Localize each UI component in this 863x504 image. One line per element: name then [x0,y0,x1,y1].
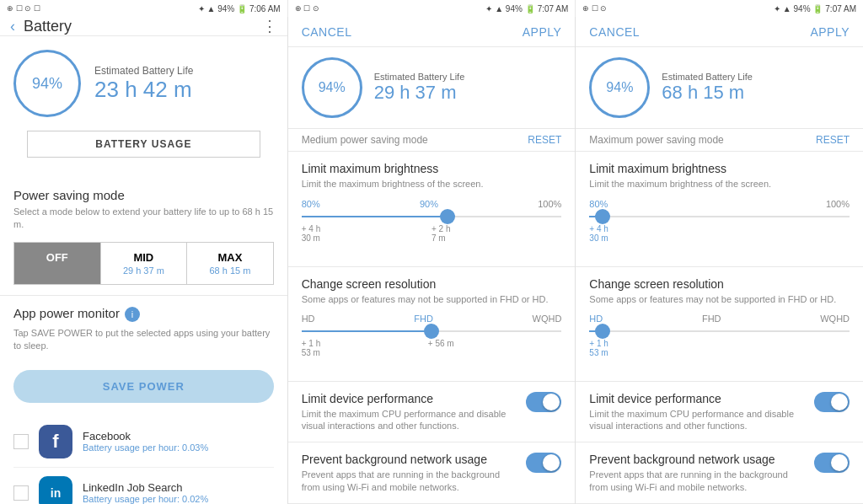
ps2-brightness-track [302,216,562,217]
list-item: f Facebook Battery usage per hour: 0.03% [13,416,274,468]
ps2-background-toggle[interactable] [526,453,561,473]
ps2-resolution-labels: HD FHD WQHD [302,314,562,324]
facebook-usage: Battery usage per hour: 0.03% [83,442,274,453]
ps2-brightness-setting: Limit maximum brightness Limit the maxim… [288,152,576,266]
mode-mid-label: MID [105,251,184,264]
ps2-brightness-slider[interactable]: 80% 90% 100% + 4 h30 m + 2 h7 m [302,199,562,260]
ps2-performance-title: Limit device performance [302,392,517,405]
app-monitor-header: App power monitor i [13,306,274,324]
linkedin-checkbox[interactable] [13,485,29,501]
ps3-background-title: Prevent background network usage [589,453,804,466]
ps2-battery-details: Estimated Battery Life 29 h 37 m [374,72,562,104]
ps3-brightness-thumb[interactable] [595,209,610,224]
ps2-resolution-slider[interactable]: HD FHD WQHD + 1 h53 m + 56 m [302,314,562,374]
screens-container: ‹ Battery ⋮ 94% Estimated Battery Life 2… [0,17,863,504]
notification-icons-1: ⊕ ☐ ⊙ ☐ [7,4,40,13]
status-bar-2: ⊕ ☐ ⊙ ✦ ▲ 94% 🔋 7:07 AM [288,0,576,17]
mode-max-label: MAX [190,251,270,264]
ps2-brightness-desc: Limit the maximum brightness of the scre… [302,178,562,190]
linkedin-name: LinkedIn Job Search [83,481,274,494]
screen-battery-main: ‹ Battery ⋮ 94% Estimated Battery Life 2… [0,17,288,504]
ps3-res-thumb[interactable] [595,324,610,339]
ps3-res-track [589,330,850,332]
ps2-brightness-thumb[interactable] [440,209,455,224]
ps2-resolution-title: Change screen resolution [302,277,562,291]
ps2-res-hd: HD [302,314,315,324]
info-icon[interactable]: i [125,307,140,322]
ps2-battery-percent: 94% [319,80,346,95]
ps3-performance-row: Limit device performance Limit the maxim… [576,382,863,443]
battery-info: 94% Estimated Battery Life 23 h 42 m [0,36,287,127]
ps3-res-hd: HD [589,314,603,324]
ps2-background-title: Prevent background network usage [302,453,517,466]
ps2-res-fill [302,330,432,332]
notification-icons-3: ⊕ ☐ ⊙ [582,4,607,13]
ps3-resolution-slider[interactable]: HD FHD WQHD + 1 h53 m [589,314,850,374]
cancel-button-2[interactable]: CANCEL [302,25,352,39]
facebook-name: Facebook [83,430,274,442]
ps3-background-desc: Prevent apps that are running in the bac… [589,469,804,493]
ps3-resolution-labels: HD FHD WQHD [589,314,850,324]
ps3-performance-toggle[interactable] [814,392,850,412]
ps3-res-fhd: FHD [702,314,721,324]
ps3-background-toggle[interactable] [814,453,850,473]
cancel-button-3[interactable]: CANCEL [589,25,640,39]
ps2-brightness-time-active: + 2 h7 m [432,224,451,243]
status-bar-1: ⊕ ☐ ⊙ ☐ ✦ ▲ 94% 🔋 7:06 AM [0,0,288,17]
ps3-background-row: Prevent background network usage Prevent… [576,442,863,504]
status-right-1: ✦ ▲ 94% 🔋 7:06 AM [198,4,281,13]
power-saving-desc: Select a mode below to extend your batte… [13,206,274,232]
ps2-res-time-left: + 1 h53 m [302,339,321,357]
more-options-button[interactable]: ⋮ [262,17,277,35]
signal-icons-3: ✦ ▲ 94% 🔋 [774,4,823,13]
mode-off-label: OFF [18,251,97,264]
mode-mid-button[interactable]: MID 29 h 37 m [101,243,188,284]
ps2-brightness-left: 80% [302,199,320,209]
ps2-res-time-active: + 56 m [428,339,454,357]
ps3-performance-desc: Limit the maximum CPU performance and di… [589,408,804,432]
est-label: Estimated Battery Life [94,65,274,77]
signal-icons-1: ✦ ▲ 94% 🔋 [198,4,247,13]
ps2-performance-toggle[interactable] [526,392,561,412]
ps3-resolution-setting: Change screen resolution Some apps or fe… [576,267,863,382]
ps2-reset-button[interactable]: RESET [528,134,561,146]
ps3-brightness-slider[interactable]: 80% 100% + 4 h30 m [589,199,850,260]
ps3-brightness-setting: Limit maximum brightness Limit the maxim… [576,152,863,266]
time-1: 7:06 AM [249,4,281,13]
power-saving-section: Power saving mode Select a mode below to… [0,178,287,295]
power-saving-title: Power saving mode [13,188,274,202]
ps3-brightness-title: Limit maximum brightness [589,162,850,175]
ps3-performance-title: Limit device performance [589,392,804,405]
ps3-resolution-desc: Some apps or features may not be support… [589,293,850,305]
ps2-brightness-active: 90% [420,199,438,209]
battery-percent: 94% [32,75,62,93]
ps3-brightness-left: 80% [589,199,608,209]
apply-button-2[interactable]: APPLY [523,25,562,39]
ps3-res-time-left: + 1 h53 m [589,339,608,357]
mode-off-button[interactable]: OFF [14,243,101,284]
mode-max-button[interactable]: MAX 68 h 15 m [187,243,273,284]
ps3-reset-button[interactable]: RESET [816,134,850,146]
ps3-est-label: Estimated Battery Life [662,72,850,82]
back-button[interactable]: ‹ [10,18,15,35]
status-right-2: ✦ ▲ 94% 🔋 7:07 AM [485,4,568,13]
battery-details: Estimated Battery Life 23 h 42 m [94,65,274,103]
battery-usage-button[interactable]: BATTERY USAGE [27,131,260,158]
screen-medium-power: CANCEL APPLY 94% Estimated Battery Life … [288,17,576,504]
ps3-mode-label-row: Maximum power saving mode RESET [576,128,863,152]
facebook-checkbox[interactable] [13,434,29,449]
ps2-brightness-fill [302,216,448,217]
ps2-brightness-labels: 80% 90% 100% [302,199,562,209]
apply-button-3[interactable]: APPLY [810,25,850,39]
app-monitor-section: App power monitor i Tap SAVE POWER to pu… [0,295,287,416]
ps2-res-thumb[interactable] [424,324,439,339]
ps3-background-knob [831,454,848,471]
ps3-brightness-desc: Limit the maximum brightness of the scre… [589,178,850,190]
save-power-button[interactable]: SAVE POWER [13,370,274,403]
mode-max-time: 68 h 15 m [190,265,270,276]
page-title: Battery [24,18,262,35]
notification-icons-2: ⊕ ☐ ⊙ [295,4,319,13]
status-bar-3: ⊕ ☐ ⊙ ✦ ▲ 94% 🔋 7:07 AM [576,0,863,17]
ps3-mode-name: Maximum power saving mode [589,134,723,146]
signal-icons-2: ✦ ▲ 94% 🔋 [485,4,534,13]
